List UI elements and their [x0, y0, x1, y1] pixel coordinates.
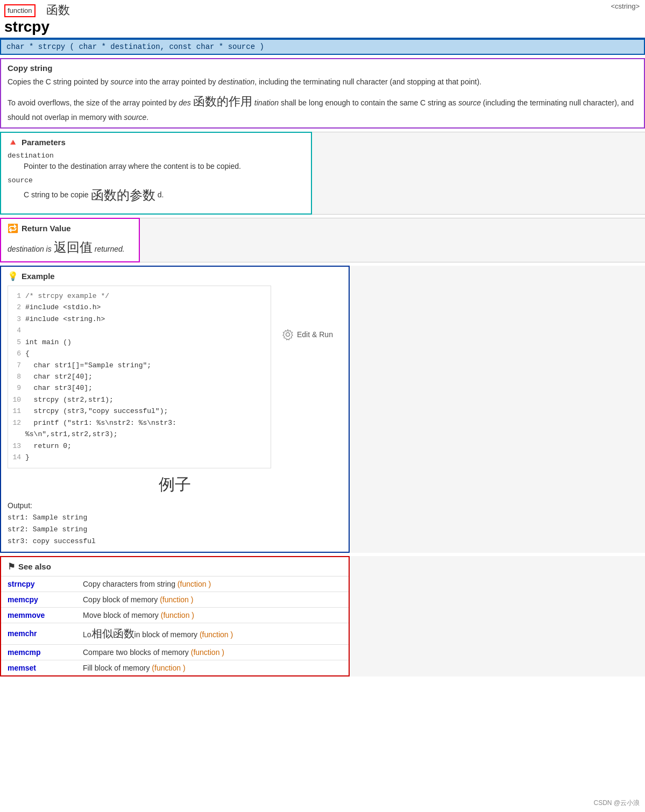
see-also-table: strncpy Copy characters from string (fun… — [1, 576, 349, 675]
return-header: 🔁 Return Value — [8, 223, 132, 233]
code-block: 1/* strcpy example */ 2#include <stdio.h… — [8, 286, 271, 468]
parameters-icon: 🔺 — [8, 137, 18, 147]
parameters-right-filler — [312, 132, 645, 215]
see-also-strncpy-desc: Copy characters from string (function ) — [76, 576, 349, 592]
output-line-2: str2: Sample string — [8, 524, 342, 536]
page-title: strcpy — [4, 18, 49, 35]
example-section: 💡 Example 1/* strcpy example */ 2#includ… — [0, 266, 350, 553]
hanzi-return-label: 返回值 — [54, 240, 93, 254]
return-row: 🔁 Return Value destination is返回值returned… — [0, 218, 645, 262]
parameters-row: 🔺 Parameters destination Pointer to the … — [0, 132, 645, 215]
code-line-11: 11 strcpy (str3,"copy successful"); — [12, 405, 266, 417]
return-right-filler — [140, 218, 645, 262]
description-title: Copy string — [8, 63, 637, 73]
see-also-icon: ⚑ — [8, 561, 15, 572]
see-also-memcmp-desc: Compare two blocks of memory (function ) — [76, 644, 349, 660]
description-para2: To avoid overflows, the size of the arra… — [8, 92, 637, 123]
see-also-memset-link[interactable]: memset — [1, 660, 76, 675]
hanzi-example-label: 例子 — [8, 474, 342, 496]
see-also-header: ⚑ See also — [1, 557, 349, 576]
code-line-12: 12 printf ("str1: %s\nstr2: %s\nstr3: %s… — [12, 417, 266, 440]
code-line-3: 3#include <string.h> — [12, 314, 266, 325]
code-line-2: 2#include <stdio.h> — [12, 302, 266, 313]
gear-icon — [282, 329, 294, 340]
code-line-5: 5int main () — [12, 337, 266, 348]
see-also-memchr-link[interactable]: memchr — [1, 623, 76, 644]
code-line-6: 6{ — [12, 348, 266, 359]
hanzi-similar-label: 相似函数 — [91, 628, 134, 639]
see-also-memcpy-desc: Copy block of memory (function ) — [76, 592, 349, 607]
svg-point-0 — [286, 332, 290, 336]
edit-run-button[interactable]: Edit & Run — [282, 329, 333, 340]
example-row: 💡 Example 1/* strcpy example */ 2#includ… — [0, 266, 645, 553]
output-label: Output: — [8, 501, 342, 510]
return-section: 🔁 Return Value destination is返回值returned… — [0, 218, 140, 262]
example-title: Example — [22, 272, 55, 281]
example-icon: 💡 — [8, 271, 18, 281]
code-line-7: 7 char str1[]="Sample string"; — [12, 360, 266, 371]
parameters-left: 🔺 Parameters destination Pointer to the … — [0, 132, 312, 215]
example-left: 💡 Example 1/* strcpy example */ 2#includ… — [0, 266, 350, 553]
output-line-1: str1: Sample string — [8, 512, 342, 524]
code-line-10: 10 strcpy (str2,str1); — [12, 394, 266, 405]
see-also-row-memcpy: memcpy Copy block of memory (function ) — [1, 592, 349, 607]
code-line-8: 8 char str2[40]; — [12, 371, 266, 382]
signature-bar: char * strcpy ( char * destination, cons… — [0, 39, 645, 55]
code-line-13: 13 return 0; — [12, 440, 266, 452]
see-also-memset-desc: Fill block of memory (function ) — [76, 660, 349, 675]
see-also-memchr-desc: Lo相似函数in block of memory (function ) — [76, 623, 349, 644]
param-destination-name: destination — [8, 152, 304, 160]
return-icon: 🔁 — [8, 223, 18, 233]
output-section: Output: str1: Sample string str2: Sample… — [8, 501, 342, 547]
see-also-row-memset: memset Fill block of memory (function ) — [1, 660, 349, 675]
parameters-section: 🔺 Parameters destination Pointer to the … — [0, 132, 312, 215]
see-also-row-memcmp: memcmp Compare two blocks of memory (fun… — [1, 644, 349, 660]
see-also-memmove-link[interactable]: memmove — [1, 607, 76, 623]
description-para1: Copies the C string pointed by source in… — [8, 76, 637, 88]
cstring-link[interactable]: <cstring> — [611, 2, 640, 10]
see-also-memcmp-link[interactable]: memcmp — [1, 644, 76, 660]
see-also-row: ⚑ See also strncpy Copy characters from … — [0, 556, 645, 676]
return-title: Return Value — [22, 224, 71, 233]
param-source-desc: C string to be copie函数的参数d. — [24, 186, 304, 205]
code-line-14: 14} — [12, 452, 266, 463]
see-also-title: See also — [18, 562, 51, 571]
see-also-row-strncpy: strncpy Copy characters from string (fun… — [1, 576, 349, 592]
parameters-title: Parameters — [22, 138, 66, 147]
function-badge: function — [4, 4, 36, 17]
output-text: str1: Sample string str2: Sample string … — [8, 512, 342, 547]
see-also-strncpy-link[interactable]: strncpy — [1, 576, 76, 592]
param-destination-desc: Pointer to the destination array where t… — [24, 161, 304, 172]
bottom-padding — [0, 680, 645, 712]
example-right-filler — [350, 266, 645, 553]
see-also-section: ⚑ See also strncpy Copy characters from … — [0, 556, 350, 676]
code-line-1: 1/* strcpy example */ — [12, 290, 266, 302]
param-source-name: source — [8, 176, 304, 184]
hanzi-params-label: 函数的参数 — [91, 186, 155, 205]
code-line-4: 4 — [12, 325, 266, 336]
example-header: 💡 Example — [8, 271, 342, 281]
parameters-header: 🔺 Parameters — [8, 137, 304, 147]
example-content: 1/* strcpy example */ 2#include <stdio.h… — [8, 286, 342, 468]
hanzi-purpose-label: 函数的作用 — [193, 95, 252, 108]
edit-run-label[interactable]: Edit & Run — [297, 330, 333, 339]
code-line-9: 9 char str3[40]; — [12, 382, 266, 394]
see-also-row-memchr: memchr Lo相似函数in block of memory (functio… — [1, 623, 349, 644]
watermark: CSDN @云小浪 — [593, 799, 640, 808]
see-also-row-memmove: memmove Move block of memory (function ) — [1, 607, 349, 623]
see-also-right-filler — [350, 556, 645, 676]
description-section: Copy string Copies the C string pointed … — [0, 58, 645, 129]
see-also-memmove-desc: Move block of memory (function ) — [76, 607, 349, 623]
see-also-memcpy-link[interactable]: memcpy — [1, 592, 76, 607]
return-left: 🔁 Return Value destination is返回值returned… — [0, 218, 140, 262]
output-line-3: str3: copy successful — [8, 536, 342, 547]
return-text: destination is返回值returned. — [8, 238, 132, 257]
hanzi-function-label: 函数 — [46, 2, 70, 18]
see-also-left: ⚑ See also strncpy Copy characters from … — [0, 556, 350, 676]
